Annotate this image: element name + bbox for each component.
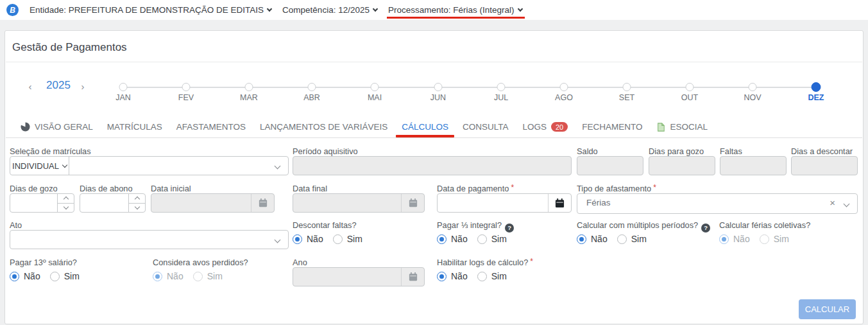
help-icon[interactable]: ? bbox=[701, 224, 710, 233]
stepper-up-button[interactable] bbox=[129, 194, 145, 204]
field-label-faltas: Faltas bbox=[720, 146, 742, 156]
stepper-down-button[interactable] bbox=[129, 204, 145, 213]
help-icon[interactable]: ? bbox=[505, 224, 514, 233]
stepper-up-button[interactable] bbox=[58, 194, 74, 204]
tab-afastamentos[interactable]: AFASTAMENTOS bbox=[176, 121, 246, 132]
tipo-de-afastamento-select[interactable]: Férias × bbox=[577, 193, 858, 214]
tab-lancamentos-de-variaveis[interactable]: LANÇAMENTOS DE VARIÁVEIS bbox=[260, 121, 387, 132]
radio-nao[interactable] bbox=[577, 234, 586, 244]
radio-label-nao[interactable]: Não bbox=[307, 234, 323, 244]
timeline-dot-dez[interactable] bbox=[812, 82, 821, 92]
timeline-label-jan[interactable]: JAN bbox=[115, 93, 131, 102]
radio-label-sim[interactable]: Sim bbox=[491, 271, 507, 281]
calcular-ferias-coletivas-radio-group: Não Sim bbox=[719, 234, 789, 244]
timeline-label-out[interactable]: OUT bbox=[681, 93, 698, 102]
stepper-down-button[interactable] bbox=[58, 204, 74, 213]
radio-label-nao[interactable]: Não bbox=[451, 271, 468, 281]
tab-logs[interactable]: LOGS 20 bbox=[522, 121, 568, 132]
label-text: Tipo de afastamento bbox=[577, 184, 651, 193]
calcular-button[interactable]: CALCULAR bbox=[799, 299, 856, 319]
radio-sim[interactable] bbox=[333, 234, 343, 244]
radio-nao[interactable] bbox=[437, 272, 447, 281]
field-label-descontar-faltas: Descontar faltas? bbox=[293, 220, 357, 230]
next-year-button[interactable]: › bbox=[78, 81, 87, 92]
timeline-dot-out[interactable] bbox=[686, 83, 694, 91]
radio-label-sim[interactable]: Sim bbox=[347, 234, 362, 244]
timeline-dot-mai[interactable] bbox=[371, 83, 379, 91]
pagar-terco-integral-radio-group: Não Sim bbox=[437, 234, 507, 244]
entity-selector[interactable]: Entidade: PREFEITURA DE DEMONSTRAÇÃO DE … bbox=[30, 5, 271, 15]
number-stepper bbox=[57, 194, 74, 212]
pie-chart-icon bbox=[21, 122, 30, 132]
chevron-down-icon bbox=[267, 6, 272, 11]
radio-sim[interactable] bbox=[477, 272, 487, 281]
payments-card: Gestão de Pagamentos ‹ 2025 › JAN FEV MA… bbox=[4, 30, 864, 324]
timeline-dot-jun[interactable] bbox=[434, 83, 443, 91]
tab-label: CÁLCULOS bbox=[402, 122, 448, 132]
radio-sim[interactable] bbox=[50, 272, 60, 281]
tab-matriculas[interactable]: MATRÍCULAS bbox=[107, 121, 162, 132]
dias-de-gozo-input[interactable] bbox=[10, 193, 74, 213]
radio-label-sim[interactable]: Sim bbox=[631, 234, 647, 244]
timeline-dot-ago[interactable] bbox=[560, 83, 568, 91]
prev-year-button[interactable]: ‹ bbox=[26, 81, 35, 92]
tab-consulta[interactable]: CONSULTA bbox=[463, 121, 509, 132]
page-title: Gestão de Pagamentos bbox=[12, 41, 127, 54]
timeline-dot-abr[interactable] bbox=[308, 83, 316, 91]
radio-sim[interactable] bbox=[477, 234, 487, 244]
required-mark: * bbox=[530, 257, 533, 266]
timeline-dot-mar[interactable] bbox=[245, 83, 253, 91]
tab-esocial[interactable]: ESOCIAL bbox=[656, 121, 708, 132]
matricula-mode-select[interactable]: INDIVIDUAL bbox=[10, 157, 69, 175]
timeline-label-ago[interactable]: AGO bbox=[555, 93, 573, 102]
radio-sim[interactable] bbox=[617, 234, 627, 244]
radio-label-nao[interactable]: Não bbox=[24, 271, 40, 281]
radio-label-nao[interactable]: Não bbox=[451, 234, 468, 244]
timeline-label-jul[interactable]: JUL bbox=[494, 93, 508, 102]
timeline-dot-jan[interactable] bbox=[119, 83, 128, 91]
radio-nao[interactable] bbox=[10, 272, 19, 281]
timeline-label-set[interactable]: SET bbox=[619, 93, 634, 102]
logs-count-badge: 20 bbox=[551, 122, 568, 132]
timeline-dot-set[interactable] bbox=[623, 83, 631, 91]
clear-icon[interactable]: × bbox=[830, 197, 835, 208]
label-text: Habilitar logs de cálculo? bbox=[437, 258, 528, 267]
matricula-select-group[interactable]: INDIVIDUAL bbox=[10, 156, 289, 175]
chevron-down-icon bbox=[373, 6, 378, 11]
calcular-multiplos-periodos-radio-group: Não Sim bbox=[577, 234, 647, 244]
radio-nao[interactable] bbox=[293, 234, 302, 244]
dias-de-abono-input[interactable] bbox=[80, 193, 146, 213]
tab-fechamento[interactable]: FECHAMENTO bbox=[582, 121, 642, 132]
saldo-input bbox=[577, 156, 643, 175]
timeline-label-mar[interactable]: MAR bbox=[240, 93, 258, 102]
timeline-dot-fev[interactable] bbox=[182, 83, 191, 91]
timeline-label-mai[interactable]: MAI bbox=[368, 93, 382, 102]
timeline-label-abr[interactable]: ABR bbox=[303, 93, 320, 102]
radio-nao[interactable] bbox=[437, 234, 447, 244]
ato-select[interactable] bbox=[10, 230, 289, 249]
timeline-track bbox=[123, 87, 816, 88]
calendar-icon[interactable] bbox=[548, 194, 571, 212]
tab-visao-geral[interactable]: VISÃO GERAL bbox=[21, 121, 93, 132]
calendar-icon bbox=[401, 194, 424, 212]
radio-label-sim[interactable]: Sim bbox=[64, 271, 80, 281]
timeline-label-dez[interactable]: DEZ bbox=[808, 93, 824, 102]
timeline-label-fev[interactable]: FEV bbox=[178, 93, 194, 102]
chevron-down-icon bbox=[275, 237, 281, 243]
dias-a-descontar-input bbox=[791, 156, 858, 175]
timeline-label-jun[interactable]: JUN bbox=[430, 93, 446, 102]
processing-label: Processamento: Férias (Integral) bbox=[388, 5, 515, 15]
field-label-data-inicial: Data inicial bbox=[151, 184, 191, 193]
faltas-input bbox=[720, 156, 787, 175]
ano-input bbox=[293, 267, 425, 286]
tab-calculos[interactable]: CÁLCULOS bbox=[402, 121, 448, 132]
timeline-label-nov[interactable]: NOV bbox=[744, 93, 761, 102]
divider bbox=[6, 62, 862, 62]
processing-selector[interactable]: Processamento: Férias (Integral) bbox=[388, 5, 522, 15]
competence-selector[interactable]: Competência: 12/2025 bbox=[282, 5, 377, 15]
timeline-dot-nov[interactable] bbox=[749, 83, 757, 91]
timeline-dot-jul[interactable] bbox=[497, 83, 506, 91]
data-de-pagamento-input[interactable] bbox=[437, 193, 572, 213]
radio-label-sim[interactable]: Sim bbox=[491, 234, 507, 244]
radio-label-nao[interactable]: Não bbox=[591, 234, 608, 244]
